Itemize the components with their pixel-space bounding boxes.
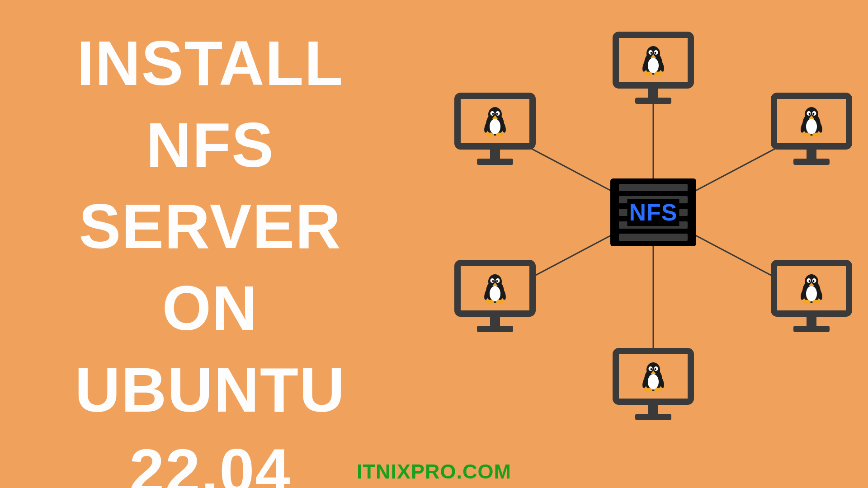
svg-point-68	[486, 133, 494, 137]
tux-penguin-icon	[639, 361, 667, 392]
svg-point-6	[655, 52, 656, 54]
title-line-2: NFS	[5, 104, 416, 186]
title-line-4: ON	[5, 267, 416, 349]
svg-point-33	[812, 300, 821, 304]
svg-point-8	[644, 72, 652, 76]
monitor-neck	[807, 317, 816, 326]
title-line-3: SERVER	[5, 186, 416, 267]
svg-point-62	[490, 119, 500, 134]
svg-point-20	[802, 133, 811, 137]
monitor-base	[477, 159, 513, 165]
network-diagram: NFS	[454, 32, 852, 429]
main-title: INSTALL NFS SERVER ON UBUNTU 22.04	[5, 23, 416, 488]
svg-point-18	[813, 113, 815, 115]
svg-point-56	[486, 300, 494, 304]
tux-penguin-icon	[481, 105, 509, 137]
svg-point-29	[809, 280, 811, 282]
client-node	[454, 93, 536, 174]
svg-point-14	[806, 119, 817, 134]
server-slot	[619, 184, 688, 191]
svg-point-53	[492, 280, 494, 282]
monitor-icon	[613, 348, 694, 405]
svg-point-32	[802, 300, 811, 304]
monitor-icon	[771, 260, 852, 317]
client-node	[613, 32, 694, 113]
tux-penguin-icon	[639, 44, 667, 76]
footer-url: ITNIXPRO.COM	[0, 460, 868, 483]
monitor-base	[635, 98, 671, 104]
svg-point-17	[809, 113, 811, 115]
svg-point-5	[651, 52, 652, 54]
monitor-neck	[490, 150, 500, 159]
svg-point-45	[654, 388, 662, 392]
svg-point-26	[806, 286, 817, 301]
nfs-server-icon: NFS	[610, 178, 696, 246]
svg-point-21	[812, 133, 821, 137]
client-node	[771, 260, 852, 341]
svg-point-41	[651, 368, 652, 370]
svg-point-50	[490, 286, 500, 301]
monitor-neck	[648, 405, 658, 414]
svg-point-2	[648, 58, 659, 73]
monitor-icon	[454, 93, 536, 150]
tux-penguin-icon	[797, 272, 826, 304]
monitor-base	[793, 326, 830, 332]
svg-point-38	[648, 374, 659, 389]
svg-point-57	[496, 300, 504, 304]
client-node	[613, 348, 694, 429]
monitor-icon	[454, 260, 536, 317]
svg-point-69	[496, 133, 504, 137]
monitor-base	[793, 159, 830, 165]
svg-point-66	[496, 113, 498, 115]
svg-point-54	[496, 280, 498, 282]
monitor-neck	[648, 89, 658, 98]
monitor-base	[635, 414, 671, 420]
server-label: NFS	[627, 199, 679, 226]
client-node	[771, 93, 852, 174]
tux-penguin-icon	[797, 105, 826, 137]
server-slot	[619, 234, 688, 241]
svg-point-42	[655, 368, 656, 370]
svg-point-30	[813, 280, 815, 282]
client-node	[454, 260, 536, 341]
monitor-neck	[807, 150, 816, 159]
svg-point-9	[654, 72, 662, 76]
svg-point-44	[644, 388, 652, 392]
monitor-base	[477, 326, 513, 332]
monitor-icon	[613, 32, 694, 89]
title-line-1: INSTALL	[5, 23, 416, 104]
svg-point-65	[492, 113, 494, 115]
tux-penguin-icon	[481, 272, 509, 304]
monitor-icon	[771, 93, 852, 150]
monitor-neck	[490, 317, 500, 326]
